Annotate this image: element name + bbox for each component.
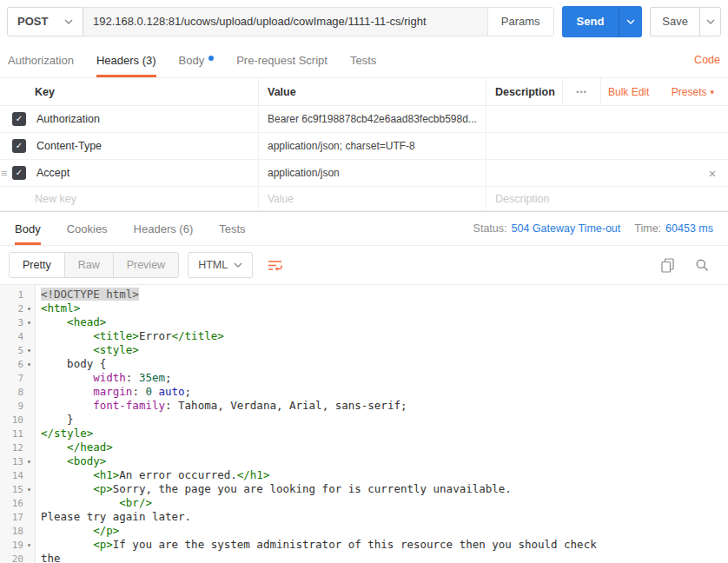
- code-token: [41, 385, 93, 398]
- code-token: margin: [93, 385, 132, 398]
- code-line[interactable]: the: [41, 552, 728, 563]
- fold-caret-icon[interactable]: ▾: [23, 458, 35, 466]
- view-mode-preview[interactable]: Preview: [114, 253, 178, 277]
- code-lines[interactable]: <!DOCTYPE html><html> <head> <title>Erro…: [36, 285, 728, 563]
- code-line[interactable]: body {: [41, 357, 728, 371]
- search-icon[interactable]: [692, 255, 712, 275]
- save-dropdown-button[interactable]: [699, 7, 721, 36]
- tab-body[interactable]: Body: [179, 43, 215, 77]
- method-select[interactable]: POST: [7, 7, 83, 36]
- code-token: <title>: [93, 329, 139, 342]
- send-dropdown-button[interactable]: [619, 6, 642, 37]
- header-key[interactable]: Authorization: [36, 113, 100, 125]
- params-button[interactable]: Params: [487, 7, 554, 36]
- code-line[interactable]: </head>: [41, 440, 728, 454]
- response-tab-tests[interactable]: Tests: [219, 212, 245, 245]
- code-line[interactable]: <p>Sorry, the page you are looking for i…: [41, 482, 728, 496]
- fold-caret-icon[interactable]: ▾: [23, 486, 35, 493]
- header-value[interactable]: application/json; charset=UTF-8: [259, 133, 486, 159]
- code-token: <style>: [93, 343, 139, 356]
- row-checkbox[interactable]: ✓: [12, 112, 26, 126]
- fold-caret-icon[interactable]: ▾: [23, 319, 35, 327]
- line-number: 15▾: [0, 482, 35, 496]
- code-token: [41, 329, 93, 342]
- tab-headers[interactable]: Headers (3): [96, 43, 156, 77]
- new-description-input[interactable]: Description: [486, 187, 697, 210]
- code-line[interactable]: <p>If you are the system administrator o…: [41, 538, 728, 552]
- fold-caret-icon[interactable]: ▾: [23, 347, 35, 354]
- bulk-edit-link[interactable]: Bulk Edit: [601, 78, 650, 105]
- tab-authorization[interactable]: Authorization: [8, 43, 74, 77]
- code-token: body {: [41, 357, 106, 370]
- code-line[interactable]: <title>Error</title>: [41, 329, 728, 343]
- word-wrap-icon[interactable]: [261, 252, 288, 278]
- code-token: [41, 399, 93, 412]
- presets-dropdown[interactable]: Presets ▾: [650, 78, 728, 105]
- send-button[interactable]: Send: [562, 6, 619, 37]
- code-token: :: [126, 371, 139, 384]
- code-link[interactable]: Code: [694, 43, 720, 77]
- header-value[interactable]: Bearer 6c9f198878cb42e6aad83fecbb598d...: [259, 106, 486, 132]
- time-value[interactable]: 60453 ms: [665, 222, 713, 235]
- row-checkbox[interactable]: ✓: [12, 166, 26, 180]
- code-line[interactable]: <body>: [41, 454, 728, 468]
- response-tabs: Body Cookies Headers (6) Tests Status: 5…: [0, 211, 728, 246]
- code-line[interactable]: <br/>: [41, 496, 728, 510]
- line-number: 9: [0, 399, 35, 413]
- view-mode-pretty[interactable]: Pretty: [10, 253, 65, 277]
- view-mode-raw[interactable]: Raw: [65, 253, 114, 277]
- code-line[interactable]: <h1>An error occurred.</h1>: [41, 468, 728, 482]
- request-bar: POST Params Send Save: [0, 0, 728, 43]
- header-description[interactable]: [486, 106, 697, 132]
- tab-pre-request-script[interactable]: Pre-request Script: [236, 43, 328, 77]
- row-actions: [697, 133, 728, 159]
- new-key-placeholder: New key: [35, 193, 76, 205]
- new-key-input[interactable]: New key: [0, 187, 259, 210]
- language-select[interactable]: HTML: [188, 252, 253, 278]
- response-tab-headers[interactable]: Headers (6): [134, 212, 194, 245]
- new-value-input[interactable]: Value: [259, 187, 486, 210]
- line-number: 7: [0, 371, 35, 385]
- save-button[interactable]: Save: [650, 7, 699, 36]
- code-token: [41, 371, 93, 384]
- status-value[interactable]: 504 Gateway Time-out: [512, 222, 621, 235]
- code-line[interactable]: margin: 0 auto;: [41, 385, 728, 399]
- more-options-button[interactable]: •••: [563, 78, 601, 105]
- response-meta: Status: 504 Gateway Time-out Time: 60453…: [473, 212, 713, 245]
- chevron-down-icon: [64, 19, 73, 24]
- header-row-content-type: ✓ Content-Type application/json; charset…: [0, 133, 728, 160]
- fold-caret-icon[interactable]: ▾: [23, 361, 35, 368]
- header-description[interactable]: [486, 133, 697, 159]
- line-number: 6▾: [0, 357, 35, 371]
- header-description[interactable]: [486, 160, 697, 186]
- code-line[interactable]: <html>: [41, 301, 728, 315]
- fold-caret-icon[interactable]: ▾: [23, 305, 35, 313]
- code-line[interactable]: Please try again later.: [41, 510, 728, 524]
- header-value[interactable]: application/json: [259, 160, 486, 186]
- code-line[interactable]: <!DOCTYPE html>: [41, 288, 728, 301]
- delete-row-icon[interactable]: ×: [709, 166, 717, 181]
- code-line[interactable]: </p>: [41, 524, 728, 538]
- tab-tests[interactable]: Tests: [350, 43, 376, 77]
- code-line[interactable]: width: 35em;: [41, 371, 728, 385]
- fold-caret-icon[interactable]: ▾: [23, 541, 35, 549]
- code-line[interactable]: <head>: [41, 315, 728, 329]
- column-value: Value: [259, 78, 486, 105]
- copy-icon[interactable]: [657, 255, 678, 275]
- header-key[interactable]: Accept: [36, 167, 69, 179]
- chevron-down-icon: [626, 19, 635, 24]
- drag-handle-icon[interactable]: ≡: [1, 168, 8, 179]
- code-token: 35em: [139, 371, 165, 384]
- code-line[interactable]: </style>: [41, 427, 728, 440]
- header-row-authorization: ✓ Authorization Bearer 6c9f198878cb42e6a…: [0, 106, 728, 133]
- code-line[interactable]: }: [41, 413, 728, 427]
- code-line[interactable]: <style>: [41, 343, 728, 357]
- response-tab-body[interactable]: Body: [15, 212, 41, 245]
- code-line[interactable]: font-family: Tahoma, Verdana, Arial, san…: [41, 399, 728, 413]
- presets-label: Presets: [672, 86, 707, 98]
- row-checkbox[interactable]: ✓: [12, 139, 26, 153]
- header-key[interactable]: Content-Type: [36, 140, 102, 152]
- response-tab-cookies[interactable]: Cookies: [67, 212, 108, 245]
- url-input[interactable]: [83, 7, 487, 36]
- key-cell: ✓ Content-Type: [0, 133, 259, 159]
